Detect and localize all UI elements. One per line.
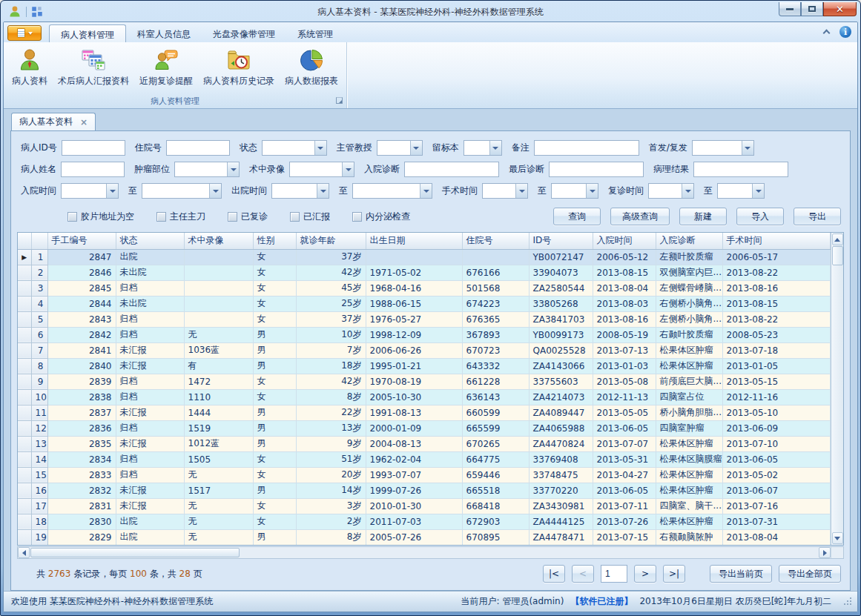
- filter-combo[interactable]: [142, 183, 222, 199]
- filter-combo[interactable]: [377, 140, 423, 156]
- horizontal-scroll-thumb[interactable]: [30, 548, 240, 557]
- filter-combo[interactable]: [61, 183, 119, 199]
- chevron-down-icon[interactable]: [752, 184, 764, 198]
- filter-input[interactable]: [549, 162, 644, 177]
- table-row[interactable]: 82840未汇报有男18岁1995-01-21643332ZA414306620…: [18, 358, 831, 374]
- filter-checkbox[interactable]: 已汇报: [290, 211, 330, 223]
- info-icon[interactable]: i: [839, 26, 851, 38]
- next-page-button[interactable]: >: [634, 565, 656, 583]
- filter-combo[interactable]: [174, 162, 240, 177]
- table-row[interactable]: ▶12847出院女37岁YB00721472006-05-12左额叶胶质瘤200…: [18, 249, 831, 265]
- table-row[interactable]: 192829出院无男8岁2005-07-26670895ZA4478471201…: [18, 529, 831, 545]
- table-row[interactable]: 162832未汇报1517男14岁1999-07-266655183377022…: [18, 483, 831, 498]
- filter-checkbox[interactable]: 胶片地址为空: [67, 211, 134, 223]
- collapse-ribbon-icon[interactable]: [823, 30, 831, 37]
- filter-checkbox[interactable]: 主任主刀: [156, 211, 205, 223]
- chevron-down-icon[interactable]: [317, 184, 329, 198]
- last-page-button[interactable]: >|: [663, 565, 685, 583]
- scroll-down-icon[interactable]: [832, 532, 843, 544]
- ribbon-button[interactable]: 病人资料历史记录: [198, 44, 280, 89]
- table-row[interactable]: 102838归档1110女8岁2005-10-30636143ZA4214073…: [18, 389, 831, 405]
- action-button[interactable]: 高级查询: [610, 208, 670, 225]
- vertical-scroll-thumb[interactable]: [832, 246, 843, 265]
- chevron-down-icon[interactable]: [742, 141, 753, 155]
- column-header[interactable]: 术中录像: [184, 233, 253, 249]
- column-header[interactable]: ID号: [529, 233, 593, 249]
- ribbon-button[interactable]: 病人资料: [7, 44, 53, 89]
- ribbon-tab-3[interactable]: 光盘录像带管理: [202, 24, 286, 42]
- minimize-button[interactable]: [779, 2, 801, 16]
- action-button[interactable]: 导入: [736, 208, 784, 225]
- filter-checkbox[interactable]: 内分泌检查: [352, 211, 410, 223]
- resize-grip[interactable]: [844, 597, 853, 606]
- table-row[interactable]: 112837未汇报1444男22岁1991-08-13660599ZA40894…: [18, 405, 831, 420]
- scroll-right-icon[interactable]: [819, 547, 831, 558]
- table-row[interactable]: 72841未汇报1036蓝男7岁2006-06-26670723QA002552…: [18, 342, 831, 358]
- table-row[interactable]: 122836归档1519男13岁2000-01-09665599ZA406598…: [18, 420, 831, 436]
- column-header[interactable]: 状态: [116, 233, 184, 249]
- export-current-page-button[interactable]: 导出当前页: [710, 565, 772, 583]
- filter-combo[interactable]: [352, 183, 432, 199]
- ribbon-tab-2[interactable]: 科室人员信息: [126, 24, 202, 42]
- filter-combo[interactable]: [262, 140, 327, 156]
- filter-combo[interactable]: [717, 183, 765, 199]
- chevron-down-icon[interactable]: [489, 141, 501, 155]
- action-button[interactable]: 导出: [794, 208, 841, 225]
- column-header[interactable]: 入院时间: [593, 233, 656, 249]
- table-row[interactable]: 32845归档女45岁1968-04-16501568ZA25805442013…: [18, 280, 831, 296]
- close-button[interactable]: ✕: [823, 2, 857, 16]
- action-button[interactable]: 查询: [553, 208, 601, 225]
- ribbon-button[interactable]: 病人数据报表: [280, 44, 343, 89]
- chevron-down-icon[interactable]: [209, 184, 221, 198]
- table-row[interactable]: 52843归档女37岁1976-05-27676365ZA38417032013…: [18, 311, 831, 327]
- maximize-button[interactable]: [801, 2, 823, 16]
- ribbon-tab-4[interactable]: 系统管理: [286, 24, 344, 42]
- horizontal-scrollbar[interactable]: [17, 546, 844, 559]
- ribbon-tab-1[interactable]: 病人资料管理: [49, 24, 126, 42]
- ribbon-button[interactable]: 近期复诊提醒: [134, 44, 198, 89]
- column-header[interactable]: 性别: [253, 233, 296, 249]
- filter-checkbox[interactable]: 已复诊: [228, 211, 268, 223]
- checkbox-icon[interactable]: [228, 212, 237, 222]
- column-header[interactable]: 就诊年龄: [296, 233, 366, 249]
- filter-input[interactable]: [61, 162, 125, 177]
- table-row[interactable]: 62842归档无男10岁1998-12-09367893YB0099173200…: [18, 327, 831, 342]
- chevron-down-icon[interactable]: [420, 184, 432, 198]
- filter-combo[interactable]: [648, 183, 694, 199]
- checkbox-icon[interactable]: [67, 212, 77, 222]
- filter-combo[interactable]: [551, 183, 598, 199]
- chevron-down-icon[interactable]: [227, 162, 239, 176]
- column-header[interactable]: 出生日期: [366, 233, 462, 249]
- filter-input[interactable]: [62, 140, 125, 156]
- action-button[interactable]: 新建: [679, 208, 727, 225]
- scroll-left-icon[interactable]: [18, 547, 30, 558]
- filter-input[interactable]: [534, 140, 639, 156]
- page-number-input[interactable]: [601, 565, 627, 583]
- scroll-up-icon[interactable]: [832, 234, 843, 245]
- dialog-launcher-icon[interactable]: [336, 97, 343, 104]
- chevron-down-icon[interactable]: [586, 184, 598, 198]
- quick-access-grid-icon[interactable]: [30, 5, 44, 19]
- checkbox-icon[interactable]: [156, 212, 166, 222]
- tab-patient-basic-info[interactable]: 病人基本资料 ×: [11, 113, 96, 130]
- table-row[interactable]: 132835未汇报1012蓝男9岁2004-08-13670265ZA44708…: [18, 436, 831, 451]
- chevron-down-icon[interactable]: [410, 141, 422, 155]
- column-header[interactable]: 入院诊断: [656, 233, 722, 249]
- checkbox-icon[interactable]: [352, 212, 362, 222]
- filter-combo[interactable]: [482, 183, 528, 199]
- column-header[interactable]: 手工编号: [47, 233, 116, 249]
- checkbox-icon[interactable]: [290, 212, 300, 222]
- table-row[interactable]: 182830出院无女2岁2011-07-03672903ZA4444125201…: [18, 514, 831, 529]
- chevron-down-icon[interactable]: [682, 184, 693, 198]
- ribbon-button[interactable]: 术后病人汇报资料: [53, 44, 134, 89]
- filter-input[interactable]: [166, 140, 230, 156]
- filter-input[interactable]: [404, 162, 499, 177]
- chevron-down-icon[interactable]: [106, 184, 118, 198]
- chevron-down-icon[interactable]: [515, 184, 527, 198]
- table-row[interactable]: 172831未汇报无女3岁2010-01-30668418ZA343098120…: [18, 498, 831, 514]
- table-row[interactable]: 152833归档无女20岁1993-07-0765944633748475201…: [18, 467, 831, 483]
- chevron-down-icon[interactable]: [314, 141, 326, 155]
- filter-combo[interactable]: [692, 140, 754, 156]
- chevron-down-icon[interactable]: [342, 162, 354, 176]
- prev-page-button[interactable]: <: [572, 565, 594, 583]
